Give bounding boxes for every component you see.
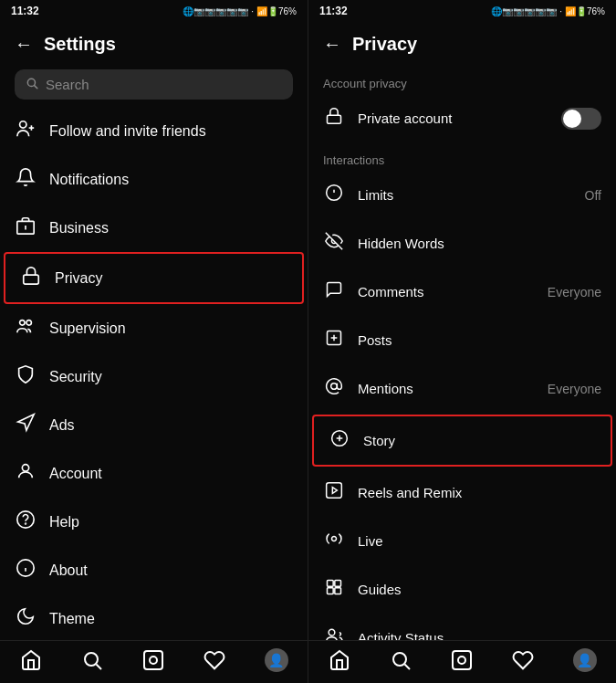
activity-status-label: Activity Status [358, 630, 601, 640]
privacy-item-posts[interactable]: Posts [308, 316, 616, 364]
limits-label: Limits [358, 187, 572, 203]
private-account-label: Private account [358, 110, 548, 126]
mentions-value: Everyone [548, 382, 601, 396]
privacy-item-hidden-words[interactable]: Hidden Words [308, 219, 616, 268]
svg-point-19 [150, 657, 157, 664]
avatar-left: 👤 [265, 648, 288, 672]
menu-item-notifications[interactable]: Notifications [0, 155, 308, 204]
comments-label: Comments [358, 284, 535, 299]
theme-icon [15, 606, 37, 631]
svg-point-8 [20, 320, 25, 326]
svg-marker-33 [332, 488, 337, 494]
svg-point-10 [22, 465, 28, 471]
ads-label: Ads [49, 417, 75, 434]
menu-item-follow[interactable]: Follow and invite friends [0, 107, 308, 155]
privacy-item-guides[interactable]: Guides [308, 565, 616, 614]
lock-icon-left [20, 266, 42, 290]
avatar-right: 👤 [573, 648, 597, 672]
privacy-item-live[interactable]: Live [308, 517, 616, 565]
privacy-item-reels-remix[interactable]: Reels and Remix [308, 468, 616, 517]
limits-icon [323, 184, 345, 206]
svg-point-34 [332, 537, 337, 541]
nav-home-right[interactable] [329, 649, 350, 671]
svg-rect-32 [327, 483, 342, 499]
menu-item-ads[interactable]: Ads [0, 401, 308, 449]
privacy-item-private-account[interactable]: Private account [308, 94, 616, 142]
privacy-item-story[interactable]: Story [312, 415, 612, 467]
privacy-item-activity-status[interactable]: Activity Status [308, 614, 616, 640]
menu-item-supervision[interactable]: Supervision [0, 304, 308, 352]
reels-remix-label: Reels and Remix [358, 485, 601, 500]
svg-point-43 [458, 657, 465, 664]
svg-point-39 [329, 629, 335, 636]
back-button-right[interactable]: ← [323, 34, 341, 55]
svg-rect-35 [328, 581, 334, 587]
follow-label: Follow and invite friends [49, 123, 206, 140]
privacy-item-limits[interactable]: Limits Off [308, 171, 616, 219]
limits-value: Off [585, 188, 601, 203]
nav-heart-left[interactable] [204, 649, 225, 671]
nav-search-left[interactable] [81, 649, 103, 671]
svg-rect-20 [328, 115, 341, 123]
account-icon [15, 461, 37, 486]
help-label: Help [49, 514, 79, 531]
shield-icon [15, 364, 37, 389]
privacy-label: Privacy [55, 270, 102, 287]
menu-item-privacy[interactable]: Privacy [4, 252, 304, 304]
svg-point-28 [331, 384, 338, 390]
nav-reels-right[interactable] [451, 649, 473, 671]
svg-point-2 [20, 121, 26, 128]
mentions-icon [323, 377, 345, 400]
search-bar[interactable]: Search [15, 69, 293, 100]
hidden-words-icon [323, 232, 345, 255]
menu-item-account[interactable]: Account [0, 449, 308, 498]
nav-search-right[interactable] [390, 649, 412, 671]
activity-status-icon [323, 626, 345, 640]
posts-icon [323, 329, 345, 352]
ads-icon [15, 413, 37, 437]
toggle-knob [563, 110, 581, 128]
comments-icon [323, 280, 345, 303]
privacy-title: Privacy [352, 34, 417, 55]
privacy-panel: 11:32 🌐📷📷📷📷📷 · 📶🔋76% ← Privacy Account p… [308, 0, 616, 683]
posts-label: Posts [358, 332, 601, 348]
status-icons-right: 🌐📷📷📷📷📷 · 📶🔋76% [491, 6, 605, 16]
help-icon [15, 510, 37, 534]
privacy-menu: Account privacy Private account Interact… [308, 66, 616, 640]
status-icons-left: 🌐📷📷📷📷📷 · 📶🔋76% [183, 6, 297, 16]
nav-profile-right[interactable]: 👤 [573, 648, 597, 672]
menu-item-security[interactable]: Security [0, 352, 308, 401]
live-icon [323, 530, 345, 552]
svg-point-9 [26, 320, 31, 326]
follow-icon [15, 119, 37, 143]
nav-reels-left[interactable] [142, 649, 164, 671]
svg-rect-37 [328, 588, 334, 594]
menu-item-about[interactable]: About [0, 546, 308, 594]
menu-item-theme[interactable]: Theme [0, 594, 308, 640]
account-label: Account [49, 466, 102, 482]
status-time-right: 11:32 [319, 5, 348, 17]
svg-point-16 [85, 653, 98, 666]
settings-panel: 11:32 🌐📷📷📷📷📷 · 📶🔋76% ← Settings Search [0, 0, 308, 683]
menu-item-help[interactable]: Help [0, 498, 308, 546]
story-label: Story [363, 433, 596, 448]
svg-line-17 [96, 665, 101, 670]
back-button-left[interactable]: ← [15, 34, 33, 55]
privacy-item-mentions[interactable]: Mentions Everyone [308, 364, 616, 413]
privacy-item-comments[interactable]: Comments Everyone [308, 268, 616, 316]
bottom-nav-right: 👤 [308, 640, 616, 683]
svg-rect-42 [453, 651, 471, 669]
svg-line-1 [35, 86, 37, 89]
settings-menu: Follow and invite friends Notifications … [0, 107, 308, 640]
business-icon [15, 215, 37, 240]
nav-profile-left[interactable]: 👤 [265, 648, 288, 672]
lock-icon-right [323, 107, 345, 130]
private-account-toggle[interactable] [561, 108, 601, 130]
nav-heart-right[interactable] [512, 649, 534, 671]
supervision-label: Supervision [49, 320, 126, 337]
guides-label: Guides [358, 582, 601, 597]
menu-item-business[interactable]: Business [0, 204, 308, 252]
guides-icon [323, 578, 345, 601]
account-privacy-section-label: Account privacy [308, 66, 616, 94]
nav-home-left[interactable] [20, 649, 42, 671]
